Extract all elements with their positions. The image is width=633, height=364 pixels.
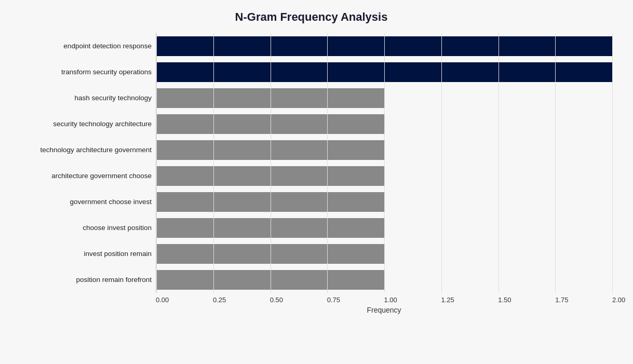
y-label: architecture government choose xyxy=(10,172,152,180)
bar xyxy=(156,270,384,290)
y-label: government choose invest xyxy=(10,198,152,206)
y-labels: endpoint detection responsetransform sec… xyxy=(10,33,156,293)
x-axis-label: Frequency xyxy=(10,306,612,314)
bar-row xyxy=(156,191,612,213)
y-label: position remain forefront xyxy=(10,276,152,284)
bar xyxy=(156,166,384,186)
chart-container: N-Gram Frequency Analysis endpoint detec… xyxy=(0,0,633,364)
bar-row xyxy=(156,165,612,187)
x-ticks: 0.000.250.500.751.001.251.501.752.00 xyxy=(156,296,612,304)
chart-area: endpoint detection responsetransform sec… xyxy=(10,33,612,314)
bars-plot xyxy=(156,33,612,293)
bar xyxy=(156,140,384,160)
bar-row xyxy=(156,35,612,58)
bar-row xyxy=(156,242,612,265)
y-label: transform security operations xyxy=(10,68,152,76)
bar xyxy=(156,114,384,134)
bar-row xyxy=(156,87,612,110)
grid-line xyxy=(612,33,613,293)
bar-row xyxy=(156,217,612,239)
bar xyxy=(156,88,384,108)
y-label: security technology architecture xyxy=(10,120,152,128)
y-label: technology architecture government xyxy=(10,146,152,154)
bar xyxy=(156,192,384,212)
y-label: hash security technology xyxy=(10,94,152,102)
x-axis: 0.000.250.500.751.001.251.501.752.00 xyxy=(10,296,612,304)
bar-row xyxy=(156,268,612,291)
bar-row xyxy=(156,61,612,84)
bar xyxy=(156,218,384,238)
bar xyxy=(156,62,612,82)
bar-row xyxy=(156,113,612,136)
bar xyxy=(156,244,384,264)
y-label: endpoint detection response xyxy=(10,42,152,50)
bar-row xyxy=(156,139,612,161)
bars-section: endpoint detection responsetransform sec… xyxy=(10,33,612,293)
y-label: invest position remain xyxy=(10,250,152,258)
chart-title: N-Gram Frequency Analysis xyxy=(10,10,612,24)
y-label: choose invest position xyxy=(10,224,152,232)
bar xyxy=(156,36,612,56)
